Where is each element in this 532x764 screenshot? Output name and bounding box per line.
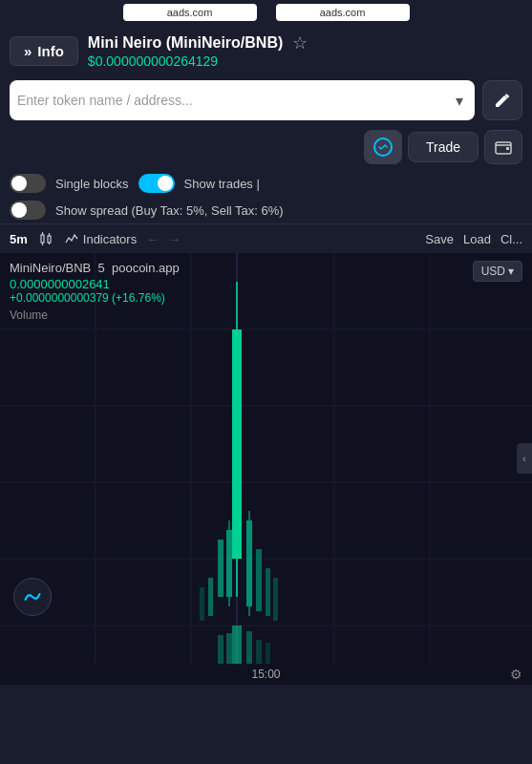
- chart-control-bar: 5m Indicators ← → Save Load Cl...: [0, 223, 532, 253]
- indicators-label: Indicators: [83, 232, 137, 246]
- search-dropdown-button[interactable]: ▾: [452, 92, 467, 110]
- show-spread-label: Show spread (Buy Tax: 5%, Sell Tax: 6%): [55, 203, 284, 218]
- chart-toolbar-top: Trade: [0, 126, 532, 168]
- show-trades-label: Show trades |: [184, 177, 260, 191]
- search-input-wrapper: ▾: [10, 80, 475, 120]
- svg-rect-39: [266, 643, 270, 664]
- timeframe-selector[interactable]: 5m: [10, 232, 28, 246]
- chart-pair: MiniNeiro/BNB 5 poocoin.app: [10, 261, 180, 275]
- poocoin-logo-button[interactable]: [13, 578, 52, 616]
- show-spread-row: Show spread (Buy Tax: 5%, Sell Tax: 6%): [10, 201, 522, 220]
- svg-rect-37: [246, 631, 252, 664]
- show-trades-toggle[interactable]: [138, 174, 175, 193]
- time-label: 15:00: [251, 668, 280, 681]
- svg-rect-35: [218, 635, 223, 664]
- ad-box-1[interactable]: aads.com: [123, 4, 257, 21]
- single-blocks-toggle[interactable]: [10, 174, 46, 193]
- currency-selector[interactable]: USD ▾: [473, 261, 522, 282]
- info-label: Info: [37, 43, 64, 59]
- side-arrow-icon: ‹: [522, 454, 525, 464]
- svg-rect-32: [208, 578, 213, 616]
- side-panel-toggle[interactable]: ‹: [517, 443, 532, 474]
- currency-label: USD: [481, 265, 505, 278]
- logo-icon: [21, 585, 44, 608]
- single-blocks-row: Single blocks Show trades |: [10, 174, 522, 193]
- search-input[interactable]: [17, 93, 452, 108]
- svg-rect-30: [266, 568, 270, 616]
- svg-rect-34: [232, 626, 242, 664]
- svg-rect-22: [218, 540, 223, 597]
- star-icon[interactable]: ☆: [292, 32, 308, 53]
- chevrons-icon: »: [24, 43, 32, 59]
- svg-rect-3: [41, 235, 44, 243]
- svg-rect-33: [200, 587, 204, 621]
- info-button[interactable]: » Info: [10, 36, 78, 66]
- svg-rect-2: [506, 147, 509, 150]
- candle-icon: [37, 230, 54, 247]
- currency-chevron-icon: ▾: [508, 265, 514, 278]
- chart-volume-label: Volume: [10, 308, 180, 322]
- svg-rect-29: [256, 549, 262, 611]
- chart-settings-icon[interactable]: ⚙: [510, 667, 522, 682]
- info-header: » Info Mini Neiro (MiniNeiro/BNB) ☆ $0.0…: [0, 25, 532, 74]
- chart-price-main: 0.0000000002641: [10, 277, 180, 291]
- chart-price-change: +0.0000000000379 (+16.76%): [10, 291, 180, 305]
- ad-box-2[interactable]: aads.com: [276, 4, 410, 21]
- show-spread-toggle[interactable]: [10, 201, 46, 220]
- token-title: Mini Neiro (MiniNeiro/BNB) ☆ $0.00000000…: [88, 32, 308, 69]
- svg-rect-26: [246, 520, 252, 606]
- indicators-icon: [64, 231, 79, 246]
- single-blocks-label: Single blocks: [55, 177, 129, 191]
- chart-view-button[interactable]: [364, 130, 402, 164]
- svg-rect-23: [226, 530, 232, 597]
- svg-rect-38: [256, 640, 262, 664]
- trade-button[interactable]: Trade: [408, 132, 479, 162]
- token-price: $0.000000000264129: [88, 53, 308, 69]
- chart-info: MiniNeiro/BNB 5 poocoin.app 0.0000000002…: [10, 261, 180, 322]
- toggles-section: Single blocks Show trades | Show spread …: [0, 168, 532, 223]
- chart-action-buttons: Save Load Cl...: [425, 232, 522, 246]
- wallet-icon: [494, 138, 513, 157]
- indicators-button[interactable]: Indicators: [64, 231, 137, 246]
- token-name: Mini Neiro (MiniNeiro/BNB): [88, 34, 283, 52]
- wallet-button[interactable]: [484, 130, 522, 164]
- save-button[interactable]: Save: [425, 232, 454, 246]
- svg-rect-6: [48, 236, 51, 243]
- svg-rect-36: [226, 633, 232, 664]
- time-axis: 15:00 ⚙: [0, 664, 532, 685]
- chart-area: MiniNeiro/BNB 5 poocoin.app 0.0000000002…: [0, 253, 532, 664]
- edit-icon: [493, 91, 512, 110]
- clear-button[interactable]: Cl...: [500, 232, 522, 246]
- candle-type-button[interactable]: [37, 230, 54, 247]
- edit-button[interactable]: [482, 80, 522, 120]
- ad-bar: aads.com aads.com: [0, 0, 532, 25]
- svg-rect-20: [232, 329, 242, 559]
- svg-rect-31: [273, 578, 278, 621]
- search-bar: ▾: [0, 74, 532, 126]
- chart-icon: [372, 137, 394, 158]
- load-button[interactable]: Load: [463, 232, 491, 246]
